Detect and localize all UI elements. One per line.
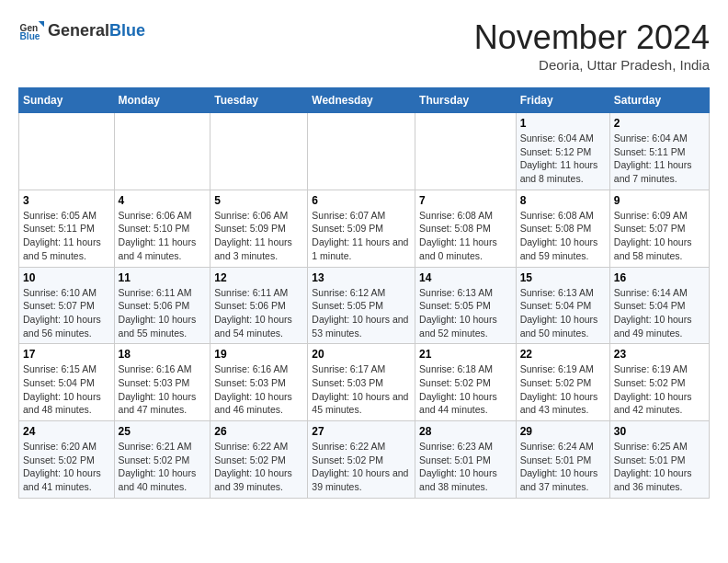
week-row-1: 1Sunrise: 6:04 AM Sunset: 5:12 PM Daylig… xyxy=(19,113,710,190)
day-info: Sunrise: 6:12 AM Sunset: 5:05 PM Dayligh… xyxy=(312,286,411,340)
day-number: 28 xyxy=(419,425,512,438)
day-info: Sunrise: 6:19 AM Sunset: 5:02 PM Dayligh… xyxy=(614,362,705,417)
day-cell: 17Sunrise: 6:15 AM Sunset: 5:04 PM Dayli… xyxy=(19,344,115,421)
day-number: 1 xyxy=(520,117,606,130)
day-number: 26 xyxy=(214,425,303,438)
day-number: 20 xyxy=(312,348,411,361)
day-cell: 25Sunrise: 6:21 AM Sunset: 5:02 PM Dayli… xyxy=(114,421,210,499)
day-info: Sunrise: 6:08 AM Sunset: 5:08 PM Dayligh… xyxy=(520,209,606,263)
day-number: 21 xyxy=(419,348,512,361)
day-cell: 11Sunrise: 6:11 AM Sunset: 5:06 PM Dayli… xyxy=(114,267,210,344)
day-info: Sunrise: 6:15 AM Sunset: 5:04 PM Dayligh… xyxy=(23,362,110,417)
day-info: Sunrise: 6:09 AM Sunset: 5:07 PM Dayligh… xyxy=(614,209,705,263)
day-cell: 5Sunrise: 6:06 AM Sunset: 5:09 PM Daylig… xyxy=(210,190,308,267)
logo: Gen Blue GeneralBlue xyxy=(18,18,145,44)
day-info: Sunrise: 6:23 AM Sunset: 5:01 PM Dayligh… xyxy=(419,440,512,494)
day-number: 30 xyxy=(614,425,705,438)
day-number: 6 xyxy=(312,194,411,207)
day-info: Sunrise: 6:07 AM Sunset: 5:09 PM Dayligh… xyxy=(312,209,411,263)
day-cell: 6Sunrise: 6:07 AM Sunset: 5:09 PM Daylig… xyxy=(308,190,415,267)
day-number: 17 xyxy=(23,348,110,361)
week-row-4: 17Sunrise: 6:15 AM Sunset: 5:04 PM Dayli… xyxy=(19,344,710,421)
calendar-title: November 2024 xyxy=(474,18,710,57)
day-number: 16 xyxy=(614,271,705,284)
day-info: Sunrise: 6:21 AM Sunset: 5:02 PM Dayligh… xyxy=(119,440,207,494)
day-number: 13 xyxy=(312,271,411,284)
day-cell xyxy=(19,113,115,190)
day-number: 3 xyxy=(23,194,110,207)
logo-blue-text: Blue xyxy=(109,21,145,40)
day-number: 22 xyxy=(520,348,606,361)
day-info: Sunrise: 6:13 AM Sunset: 5:04 PM Dayligh… xyxy=(520,286,606,340)
day-info: Sunrise: 6:11 AM Sunset: 5:06 PM Dayligh… xyxy=(119,286,207,340)
day-cell xyxy=(308,113,415,190)
day-cell: 21Sunrise: 6:18 AM Sunset: 5:02 PM Dayli… xyxy=(415,344,517,421)
day-number: 11 xyxy=(119,271,207,284)
week-row-3: 10Sunrise: 6:10 AM Sunset: 5:07 PM Dayli… xyxy=(19,267,710,344)
day-cell: 22Sunrise: 6:19 AM Sunset: 5:02 PM Dayli… xyxy=(516,344,609,421)
day-cell: 23Sunrise: 6:19 AM Sunset: 5:02 PM Dayli… xyxy=(609,344,709,421)
day-cell: 10Sunrise: 6:10 AM Sunset: 5:07 PM Dayli… xyxy=(19,267,115,344)
day-cell: 24Sunrise: 6:20 AM Sunset: 5:02 PM Dayli… xyxy=(19,421,115,499)
day-info: Sunrise: 6:17 AM Sunset: 5:03 PM Dayligh… xyxy=(312,362,411,417)
day-cell: 8Sunrise: 6:08 AM Sunset: 5:08 PM Daylig… xyxy=(516,190,609,267)
logo-general-text: General xyxy=(48,21,109,40)
day-cell: 9Sunrise: 6:09 AM Sunset: 5:07 PM Daylig… xyxy=(609,190,709,267)
day-info: Sunrise: 6:08 AM Sunset: 5:08 PM Dayligh… xyxy=(419,209,512,263)
day-cell: 1Sunrise: 6:04 AM Sunset: 5:12 PM Daylig… xyxy=(516,113,609,190)
day-info: Sunrise: 6:04 AM Sunset: 5:11 PM Dayligh… xyxy=(614,132,705,186)
day-info: Sunrise: 6:10 AM Sunset: 5:07 PM Dayligh… xyxy=(23,286,110,340)
day-info: Sunrise: 6:06 AM Sunset: 5:09 PM Dayligh… xyxy=(214,209,303,263)
day-cell: 13Sunrise: 6:12 AM Sunset: 5:05 PM Dayli… xyxy=(308,267,415,344)
day-cell: 2Sunrise: 6:04 AM Sunset: 5:11 PM Daylig… xyxy=(609,113,709,190)
day-number: 8 xyxy=(520,194,606,207)
day-number: 4 xyxy=(119,194,207,207)
day-cell: 30Sunrise: 6:25 AM Sunset: 5:01 PM Dayli… xyxy=(609,421,709,499)
day-info: Sunrise: 6:04 AM Sunset: 5:12 PM Dayligh… xyxy=(520,132,606,186)
calendar-subtitle: Deoria, Uttar Pradesh, India xyxy=(474,57,710,73)
day-number: 15 xyxy=(520,271,606,284)
day-info: Sunrise: 6:13 AM Sunset: 5:05 PM Dayligh… xyxy=(419,286,512,340)
day-number: 19 xyxy=(214,348,303,361)
day-number: 27 xyxy=(312,425,411,438)
day-number: 14 xyxy=(419,271,512,284)
day-number: 10 xyxy=(23,271,110,284)
column-header-saturday: Saturday xyxy=(609,88,709,113)
calendar-header: SundayMondayTuesdayWednesdayThursdayFrid… xyxy=(19,88,710,113)
day-number: 18 xyxy=(119,348,207,361)
week-row-2: 3Sunrise: 6:05 AM Sunset: 5:11 PM Daylig… xyxy=(19,190,710,267)
day-cell: 27Sunrise: 6:22 AM Sunset: 5:02 PM Dayli… xyxy=(308,421,415,499)
day-cell: 20Sunrise: 6:17 AM Sunset: 5:03 PM Dayli… xyxy=(308,344,415,421)
day-number: 12 xyxy=(214,271,303,284)
column-header-friday: Friday xyxy=(516,88,609,113)
page-header: Gen Blue GeneralBlue November 2024 Deori… xyxy=(18,18,710,73)
column-header-wednesday: Wednesday xyxy=(308,88,415,113)
day-number: 7 xyxy=(419,194,512,207)
day-number: 9 xyxy=(614,194,705,207)
header-row: SundayMondayTuesdayWednesdayThursdayFrid… xyxy=(19,88,710,113)
day-cell: 3Sunrise: 6:05 AM Sunset: 5:11 PM Daylig… xyxy=(19,190,115,267)
day-info: Sunrise: 6:14 AM Sunset: 5:04 PM Dayligh… xyxy=(614,286,705,340)
day-cell: 28Sunrise: 6:23 AM Sunset: 5:01 PM Dayli… xyxy=(415,421,517,499)
calendar-table: SundayMondayTuesdayWednesdayThursdayFrid… xyxy=(18,87,710,499)
day-number: 2 xyxy=(614,117,705,130)
day-number: 25 xyxy=(119,425,207,438)
day-cell: 15Sunrise: 6:13 AM Sunset: 5:04 PM Dayli… xyxy=(516,267,609,344)
day-info: Sunrise: 6:24 AM Sunset: 5:01 PM Dayligh… xyxy=(520,440,606,494)
day-info: Sunrise: 6:22 AM Sunset: 5:02 PM Dayligh… xyxy=(214,440,303,494)
day-info: Sunrise: 6:06 AM Sunset: 5:10 PM Dayligh… xyxy=(119,209,207,263)
day-info: Sunrise: 6:16 AM Sunset: 5:03 PM Dayligh… xyxy=(119,362,207,417)
day-number: 24 xyxy=(23,425,110,438)
week-row-5: 24Sunrise: 6:20 AM Sunset: 5:02 PM Dayli… xyxy=(19,421,710,499)
day-info: Sunrise: 6:25 AM Sunset: 5:01 PM Dayligh… xyxy=(614,440,705,494)
logo-icon: Gen Blue xyxy=(18,18,44,44)
day-cell: 19Sunrise: 6:16 AM Sunset: 5:03 PM Dayli… xyxy=(210,344,308,421)
day-info: Sunrise: 6:05 AM Sunset: 5:11 PM Dayligh… xyxy=(23,209,110,263)
day-info: Sunrise: 6:18 AM Sunset: 5:02 PM Dayligh… xyxy=(419,362,512,417)
title-block: November 2024 Deoria, Uttar Pradesh, Ind… xyxy=(474,18,710,73)
day-cell: 26Sunrise: 6:22 AM Sunset: 5:02 PM Dayli… xyxy=(210,421,308,499)
day-cell: 29Sunrise: 6:24 AM Sunset: 5:01 PM Dayli… xyxy=(516,421,609,499)
calendar-body: 1Sunrise: 6:04 AM Sunset: 5:12 PM Daylig… xyxy=(19,113,710,499)
day-cell: 12Sunrise: 6:11 AM Sunset: 5:06 PM Dayli… xyxy=(210,267,308,344)
svg-text:Blue: Blue xyxy=(20,31,40,41)
